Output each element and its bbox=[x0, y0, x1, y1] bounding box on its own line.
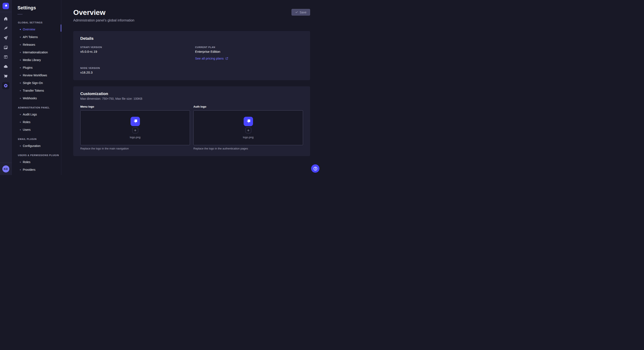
sidebar-item-label: Audit Logs bbox=[23, 113, 37, 116]
layout-icon bbox=[4, 55, 8, 59]
rail-item-content-type-builder[interactable] bbox=[2, 25, 9, 32]
nav-section-label: USERS & PERMISSIONS PLUGIN bbox=[12, 152, 61, 158]
sidebar-item-label: API Tokens bbox=[23, 35, 38, 39]
menu-logo-add-button[interactable] bbox=[132, 127, 138, 133]
feather-icon bbox=[4, 26, 8, 30]
bullet-icon bbox=[20, 169, 21, 170]
page-subtitle: Administration panel’s global informatio… bbox=[73, 18, 134, 22]
bullet-icon bbox=[20, 44, 21, 45]
strapi-version-field: STRAPI VERSION v5.0.0-rc.19 bbox=[80, 46, 188, 60]
sidebar-item-label: Webhooks bbox=[23, 97, 37, 100]
sidebar-item-api-tokens[interactable]: API Tokens bbox=[12, 33, 61, 41]
customization-card: Customization Max dimension: 750×750, Ma… bbox=[73, 86, 310, 156]
sidebar-item-webhooks[interactable]: Webhooks bbox=[12, 94, 61, 102]
strapi-logo-icon bbox=[4, 4, 8, 8]
rail-item-releases[interactable] bbox=[2, 34, 9, 41]
sidebar-item-roles[interactable]: Roles bbox=[12, 158, 61, 166]
sidebar-item-plugins[interactable]: Plugins bbox=[12, 64, 61, 71]
nav-section-administration-panel: ADMINISTRATION PANELAudit LogsRolesUsers bbox=[12, 104, 61, 134]
sidebar-item-media-library[interactable]: Media Library bbox=[12, 56, 61, 64]
user-avatar[interactable]: KD bbox=[2, 166, 9, 173]
rail-item-settings[interactable] bbox=[2, 82, 9, 89]
menu-logo-field: Menu logo bbox=[80, 105, 190, 150]
bullet-icon bbox=[20, 122, 21, 123]
images-icon bbox=[4, 45, 8, 49]
menu-logo-label: Menu logo bbox=[80, 105, 190, 108]
rail-item-content-manager[interactable] bbox=[2, 53, 9, 61]
main-nav-rail: KD bbox=[0, 0, 12, 175]
bullet-icon bbox=[20, 67, 21, 68]
details-card: Details STRAPI VERSION v5.0.0-rc.19 CURR… bbox=[73, 31, 310, 80]
main-content: Overview Administration panel’s global i… bbox=[61, 0, 322, 175]
pricing-plans-link[interactable]: See all pricing plans bbox=[195, 57, 228, 60]
cloud-icon bbox=[4, 65, 8, 68]
node-version-label: NODE VERSION bbox=[80, 67, 188, 69]
plus-icon bbox=[247, 129, 250, 132]
sidebar-item-label: Internationalization bbox=[23, 51, 48, 54]
node-version-value: v18.20.3 bbox=[80, 71, 188, 74]
sidebar-item-label: Roles bbox=[23, 160, 30, 164]
sidebar-item-users[interactable]: Users bbox=[12, 126, 61, 134]
sidebar-item-label: Overview bbox=[23, 28, 35, 31]
sidebar-item-audit-logs[interactable]: Audit Logs bbox=[12, 111, 61, 118]
bullet-icon bbox=[20, 59, 21, 61]
sidebar-item-label: Transfer Tokens bbox=[23, 89, 44, 92]
sidebar-item-internationalization[interactable]: Internationalization bbox=[12, 48, 61, 56]
strapi-logo[interactable] bbox=[2, 3, 9, 9]
rail-item-media-library[interactable] bbox=[2, 44, 9, 51]
sidebar-item-label: Plugins bbox=[23, 66, 32, 69]
sidebar-item-label: Users bbox=[23, 128, 31, 131]
strapi-logo-icon bbox=[132, 118, 138, 125]
save-button-label: Save bbox=[300, 11, 306, 14]
customization-card-title: Customization bbox=[80, 91, 303, 96]
settings-sidebar: Settings GLOBAL SETTINGSOverviewAPI Toke… bbox=[12, 0, 61, 175]
sidebar-item-label: Providers bbox=[23, 168, 35, 172]
sidebar-item-label: Single Sign-On bbox=[23, 81, 43, 85]
bullet-icon bbox=[20, 52, 21, 53]
auth-logo-label: Auth logo bbox=[193, 105, 303, 108]
page-header: Overview Administration panel’s global i… bbox=[73, 8, 310, 22]
auth-logo-preview bbox=[244, 117, 253, 126]
details-card-title: Details bbox=[80, 36, 303, 41]
question-mark-icon bbox=[313, 167, 318, 171]
help-button[interactable] bbox=[311, 164, 320, 173]
sidebar-item-providers[interactable]: Providers bbox=[12, 166, 61, 174]
bullet-icon bbox=[20, 146, 21, 147]
menu-logo-file-name: logo.png bbox=[130, 136, 140, 139]
sidebar-item-overview[interactable]: Overview bbox=[12, 25, 61, 33]
auth-logo-add-button[interactable] bbox=[245, 127, 251, 133]
sidebar-item-releases[interactable]: Releases bbox=[12, 41, 61, 48]
nav-section-email-plugin: EMAIL PLUGINConfiguration bbox=[12, 136, 61, 150]
cart-icon bbox=[4, 74, 8, 78]
current-plan-value: Enterprise Edition bbox=[195, 50, 303, 53]
rail-item-home[interactable] bbox=[2, 15, 9, 22]
sidebar-item-label: Roles bbox=[23, 120, 30, 124]
bullet-icon bbox=[20, 129, 21, 130]
rail-item-deploy[interactable] bbox=[2, 63, 9, 70]
sidebar-item-label: Media Library bbox=[23, 58, 41, 62]
save-button[interactable]: Save bbox=[292, 9, 310, 15]
menu-logo-upload-box[interactable]: logo.png bbox=[80, 110, 190, 145]
rail-footer: KD bbox=[0, 163, 12, 175]
sidebar-item-review-workflows[interactable]: Review Workflows bbox=[12, 71, 61, 79]
current-plan-field: CURRENT PLAN Enterprise Edition See all … bbox=[195, 46, 303, 60]
sidebar-item-transfer-tokens[interactable]: Transfer Tokens bbox=[12, 87, 61, 94]
nav-section-label: GLOBAL SETTINGS bbox=[12, 19, 61, 25]
sidebar-item-configuration[interactable]: Configuration bbox=[12, 142, 61, 150]
rail-item-marketplace[interactable] bbox=[2, 72, 9, 80]
auth-logo-caption: Replace the logo in the authentication p… bbox=[193, 147, 303, 150]
bullet-icon bbox=[20, 162, 21, 163]
page-title: Overview bbox=[73, 8, 134, 16]
auth-logo-upload-box[interactable]: logo.png bbox=[193, 110, 303, 145]
strapi-logo-icon bbox=[245, 118, 252, 125]
node-version-field: NODE VERSION v18.20.3 bbox=[80, 67, 188, 74]
pricing-plans-link-label: See all pricing plans bbox=[195, 57, 224, 60]
bullet-icon bbox=[20, 114, 21, 115]
bullet-icon bbox=[20, 37, 21, 38]
sidebar-item-single-sign-on[interactable]: Single Sign-On bbox=[12, 79, 61, 87]
auth-logo-field: Auth logo bbox=[193, 105, 303, 150]
sidebar-item-roles[interactable]: Roles bbox=[12, 118, 61, 126]
brand-area bbox=[0, 0, 12, 12]
gear-icon bbox=[4, 84, 8, 88]
strapi-version-value: v5.0.0-rc.19 bbox=[80, 50, 188, 53]
